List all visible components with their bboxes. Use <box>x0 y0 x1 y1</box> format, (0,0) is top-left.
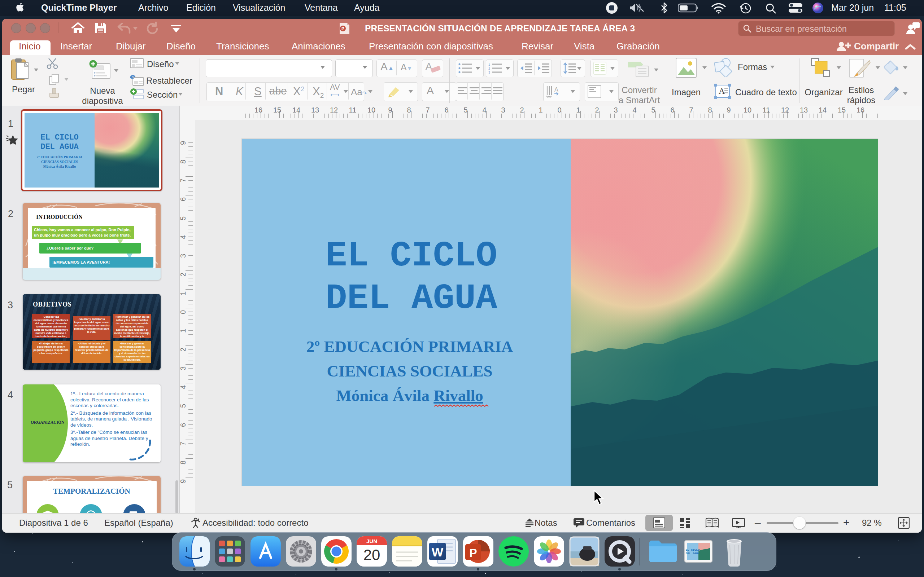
svg-text:1: 1 <box>488 63 490 66</box>
svg-text:JUN: JUN <box>366 538 377 544</box>
svg-text:2: 2 <box>488 67 490 70</box>
svg-text:A: A <box>719 86 725 95</box>
svg-text:20: 20 <box>363 546 380 563</box>
svg-text:DEL AGUA: DEL AGUA <box>686 552 700 555</box>
svg-text:EL CICLO: EL CICLO <box>686 548 700 551</box>
svg-text:P: P <box>469 546 477 559</box>
svg-text:P: P <box>341 26 344 31</box>
svg-text:W: W <box>432 545 444 559</box>
svg-text:3: 3 <box>488 71 490 74</box>
svg-text:A: A <box>554 87 558 93</box>
